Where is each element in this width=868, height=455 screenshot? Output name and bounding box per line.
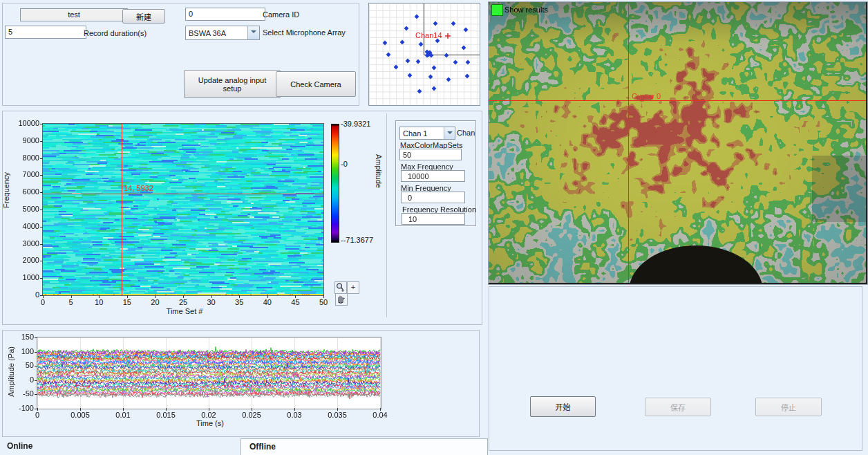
setup-panel: test 新建 0 Camera ID 5 Record duration(s)…: [2, 3, 359, 106]
camera-cursor-label: Cursor 0: [632, 92, 661, 100]
max-colormap-field[interactable]: 50: [399, 149, 462, 160]
y-tick-label: 50: [8, 361, 34, 369]
y-tick-label: 1000: [12, 273, 39, 281]
y-tick-label: 2000: [12, 256, 39, 264]
zoom-tool-icon[interactable]: [334, 281, 347, 294]
x-tick-mark: [166, 408, 167, 411]
x-tick-label: 15: [117, 298, 138, 306]
y-tick-label: 5000: [12, 205, 39, 213]
frequency-resolution-field[interactable]: 10: [402, 213, 465, 225]
y-tick-mark: [40, 227, 43, 228]
spectrogram-panel: Frequency 14, 5932 Time Set # -39.9321 -…: [2, 111, 482, 325]
colorbar-axis-label: Amplitude: [375, 154, 383, 188]
waveform-canvas[interactable]: [37, 337, 381, 409]
channel-value: Chan 1: [400, 128, 444, 139]
waveform-plot[interactable]: [37, 337, 381, 409]
x-tick-label: 30: [201, 298, 222, 306]
y-tick-label: 8000: [12, 154, 39, 162]
y-tick-mark: [40, 141, 43, 142]
test-name-field[interactable]: test: [20, 8, 128, 21]
spectrogram-plot[interactable]: 14, 5932: [42, 123, 324, 296]
y-tick-label: 0: [8, 375, 34, 384]
camera-cursor-vline[interactable]: [628, 2, 629, 283]
x-tick-mark: [183, 295, 184, 298]
channel-label: Chan: [457, 129, 475, 137]
x-tick-label: 20: [144, 298, 165, 306]
y-tick-mark: [35, 380, 37, 381]
y-tick-mark: [40, 192, 43, 193]
y-tick-label: 3000: [12, 239, 39, 248]
y-tick-mark: [40, 210, 43, 210]
check-camera-button[interactable]: Check Camera: [276, 71, 356, 97]
new-button[interactable]: 新建: [122, 9, 165, 24]
x-tick-mark: [209, 408, 209, 411]
x-tick-label: 0.02: [195, 411, 223, 419]
x-tick-label: 10: [88, 298, 109, 306]
x-tick-mark: [337, 408, 338, 411]
run-control-panel: 开始 保存 停止: [489, 286, 862, 451]
camera-id-label: Camera ID: [263, 10, 299, 19]
show-results-checkbox[interactable]: [491, 4, 503, 16]
camera-cursor-hline[interactable]: [489, 100, 866, 101]
x-tick-mark: [323, 295, 324, 298]
x-tick-mark: [71, 295, 72, 298]
x-tick-mark: [37, 408, 38, 411]
x-tick-mark: [43, 295, 44, 298]
x-tick-mark: [380, 408, 381, 411]
y-tick-label: -50: [8, 389, 34, 398]
x-tick-label: 5: [61, 298, 82, 306]
x-tick-label: 0.025: [238, 411, 265, 419]
x-tick-label: 25: [173, 298, 194, 306]
x-tick-label: 0.01: [109, 411, 137, 419]
colorbar-max-label: -39.9321: [341, 120, 370, 128]
stop-button[interactable]: 停止: [755, 398, 822, 416]
mic-array-label: Select Microphone Array: [263, 28, 346, 37]
online-status-label: Online: [7, 441, 32, 451]
x-tick-mark: [155, 295, 155, 298]
x-tick-mark: [123, 408, 124, 411]
x-tick-label: 35: [229, 298, 249, 306]
x-tick-label: 0.035: [323, 411, 351, 419]
y-tick-mark: [40, 261, 43, 261]
spectrogram-cursor-label: 14, 5932: [124, 184, 153, 192]
mic-array-value: BSWA 36A: [186, 28, 247, 39]
y-tick-mark: [35, 394, 37, 395]
dropdown-arrow-icon[interactable]: [247, 26, 259, 39]
mic-array-plot[interactable]: Chan14: [368, 3, 480, 106]
acoustic-image-canvas[interactable]: [489, 2, 866, 283]
min-frequency-field[interactable]: 0: [401, 192, 465, 203]
spectrogram-canvas[interactable]: [43, 124, 323, 295]
mic-array-canvas[interactable]: [369, 3, 480, 105]
y-tick-mark: [35, 337, 37, 338]
mic-array-dropdown[interactable]: BSWA 36A: [185, 26, 260, 40]
spectrogram-ylabel: Frequency: [2, 172, 10, 208]
x-tick-label: 0.015: [152, 411, 180, 419]
y-tick-label: 9000: [12, 136, 39, 145]
dropdown-arrow-icon[interactable]: [444, 127, 455, 139]
y-tick-mark: [35, 352, 37, 353]
start-button[interactable]: 开始: [530, 396, 596, 417]
acoustic-camera-app: test 新建 0 Camera ID 5 Record duration(s)…: [0, 0, 868, 455]
x-tick-label: 50: [313, 298, 334, 306]
x-tick-label: 45: [285, 298, 305, 306]
x-tick-label: 0: [23, 411, 51, 419]
x-tick-label: 40: [257, 298, 278, 306]
channel-dropdown[interactable]: Chan 1: [399, 127, 455, 140]
amplitude-colorbar[interactable]: [331, 124, 339, 243]
max-frequency-field[interactable]: 10000: [401, 170, 465, 182]
record-duration-field[interactable]: 5: [5, 26, 86, 39]
x-tick-label: 0.04: [366, 411, 394, 419]
x-tick-mark: [294, 408, 295, 411]
pan-tool-icon[interactable]: [335, 293, 348, 306]
camera-view-panel[interactable]: Cursor 0 Show results: [488, 1, 868, 285]
cursor-tool-icon[interactable]: +: [347, 281, 359, 294]
spectrogram-cursor-hline[interactable]: [43, 194, 323, 194]
spectrogram-cursor-vline[interactable]: [122, 124, 122, 295]
save-button[interactable]: 保存: [645, 398, 711, 416]
x-tick-mark: [239, 295, 240, 298]
update-analog-input-button[interactable]: Update analog input setup: [184, 70, 281, 98]
x-tick-label: 0.03: [281, 411, 308, 419]
analysis-controls-group: Chan 1 Chan MaxColorMapSets 50 Max Frequ…: [395, 120, 476, 226]
graph-frame-divider: [386, 113, 387, 317]
camera-id-field[interactable]: 0: [185, 8, 265, 21]
